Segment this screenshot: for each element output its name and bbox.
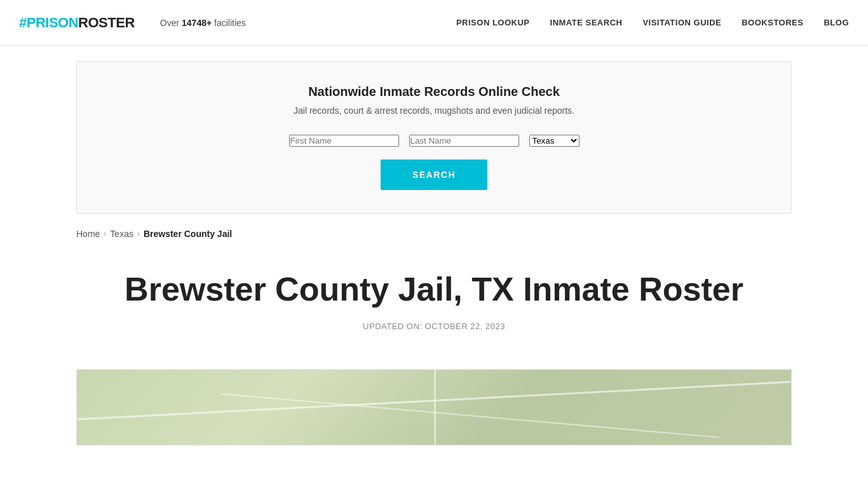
logo-hash: #: [19, 15, 27, 31]
map-road-vertical: [434, 370, 436, 445]
site-header: #PRISONROSTER Over 14748+ facilities PRI…: [0, 0, 868, 46]
nav-visitation-guide[interactable]: VISITATION GUIDE: [642, 18, 721, 27]
breadcrumb: Home › Texas › Brewster County Jail: [76, 229, 792, 239]
main-nav: PRISON LOOKUP INMATE SEARCH VISITATION G…: [456, 18, 849, 27]
breadcrumb-sep-2: ›: [137, 229, 140, 238]
nav-prison-lookup[interactable]: PRISON LOOKUP: [456, 18, 530, 27]
nav-inmate-search[interactable]: INMATE SEARCH: [550, 18, 623, 27]
page-title: Brewster County Jail, TX Inmate Roster: [76, 271, 792, 309]
breadcrumb-state[interactable]: Texas: [110, 229, 133, 239]
logo-prison: PRISON: [27, 15, 78, 31]
map-placeholder: [77, 370, 791, 445]
search-inputs-row: Texas Alabama Alaska California Florida …: [115, 135, 753, 147]
first-name-input[interactable]: [289, 135, 399, 147]
state-select[interactable]: Texas Alabama Alaska California Florida …: [529, 135, 580, 147]
breadcrumb-current: Brewster County Jail: [144, 229, 232, 239]
logo-roster: ROSTER: [78, 15, 135, 31]
map-section: [76, 369, 792, 445]
last-name-input[interactable]: [409, 135, 519, 147]
site-logo[interactable]: #PRISONROSTER: [19, 15, 135, 31]
breadcrumb-home[interactable]: Home: [76, 229, 100, 239]
main-content: Brewster County Jail, TX Inmate Roster U…: [0, 245, 868, 369]
search-subtitle: Jail records, court & arrest records, mu…: [115, 105, 753, 116]
facilities-count: 14748+: [182, 18, 212, 28]
facilities-text: Over 14748+ facilities: [160, 18, 246, 28]
search-button[interactable]: SEARCH: [381, 159, 487, 190]
search-section: Nationwide Inmate Records Online Check J…: [76, 61, 792, 214]
updated-label: UPDATED ON: OCTOBER 22, 2023: [76, 322, 792, 331]
nav-blog[interactable]: BLOG: [824, 18, 849, 27]
search-button-row: SEARCH: [115, 159, 753, 190]
breadcrumb-sep-1: ›: [104, 229, 106, 238]
search-title: Nationwide Inmate Records Online Check: [115, 85, 753, 99]
nav-bookstores[interactable]: BOOKSTORES: [742, 18, 803, 27]
